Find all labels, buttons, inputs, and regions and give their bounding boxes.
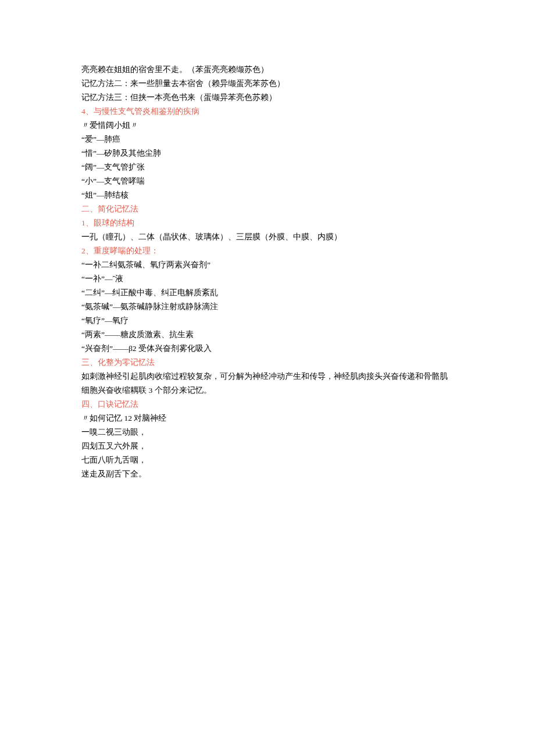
text-line: 一孔（瞳孔）、二体（晶状体、玻璃体）、三层膜（外膜、中膜、内膜） (81, 230, 454, 244)
text-line: 4、与慢性支气管炎相鉴别的疾病 (81, 105, 454, 119)
text-line: “阔”—支气管扩张 (81, 160, 454, 174)
text-line: 七面八听九舌咽， (81, 453, 454, 467)
text-line: 〃爱惜阔小姐〃 (81, 119, 454, 132)
text-line: “爱”—肺癌 (81, 132, 454, 146)
text-line: 一嗅二视三动眼， (81, 425, 454, 439)
text-line: 迷走及副舌下全。 (81, 467, 454, 481)
text-line: 亮亮赖在姐姐的宿舍里不走。（苯蛋亮亮赖缬苏色） (81, 63, 454, 77)
text-line: 四、口诀记忆法 (81, 397, 454, 411)
text-line: “二纠”—纠正酸中毒、纠正电解质紊乱 (81, 286, 454, 300)
text-line: 〃如何记忆 12 对脑神经 (81, 411, 454, 425)
document-page: 亮亮赖在姐姐的宿舍里不走。（苯蛋亮亮赖缬苏色）记忆方法二：来一些胆量去本宿舍（赖… (0, 0, 535, 756)
text-line: 四划五叉六外展， (81, 439, 454, 453)
text-line: 2、重度哮喘的处理： (81, 244, 454, 258)
text-line: “氨茶碱”—氨茶碱静脉注射或静脉滴注 (81, 300, 454, 314)
text-line: “惜”—矽肺及其他尘肺 (81, 146, 454, 160)
text-line: “小”—支气管哮喘 (81, 174, 454, 188)
text-line: “一补”—ˆ液 (81, 272, 454, 286)
document-content: 亮亮赖在姐姐的宿舍里不走。（苯蛋亮亮赖缬苏色）记忆方法二：来一些胆量去本宿舍（赖… (81, 63, 454, 481)
text-line: “两素”——糖皮质激素、抗生素 (81, 328, 454, 342)
text-line: 1、眼球的结构 (81, 216, 454, 230)
text-line: “兴奋剂”——β2 受体兴奋剂雾化吸入 (81, 342, 454, 356)
text-line: 三、化整为零记忆法 (81, 356, 454, 370)
text-line: 如刺激神经引起肌肉收缩过程较复杂，可分解为神经冲动产生和传导，神经肌肉接头兴奋传… (81, 370, 454, 397)
text-line: 记忆方法二：来一些胆量去本宿舍（赖异缬蛋亮苯苏色） (81, 77, 454, 91)
text-line: 二、简化记忆法 (81, 202, 454, 216)
text-line: “氧疗”—氧疗 (81, 314, 454, 328)
text-line: “一补二纠氨茶碱、氧疗两素兴奋剂” (81, 258, 454, 272)
text-line: 记忆方法三：但挟一本亮色书来（蛋缬异苯亮色苏赖） (81, 91, 454, 105)
text-line: “姐”—肺结核 (81, 188, 454, 202)
